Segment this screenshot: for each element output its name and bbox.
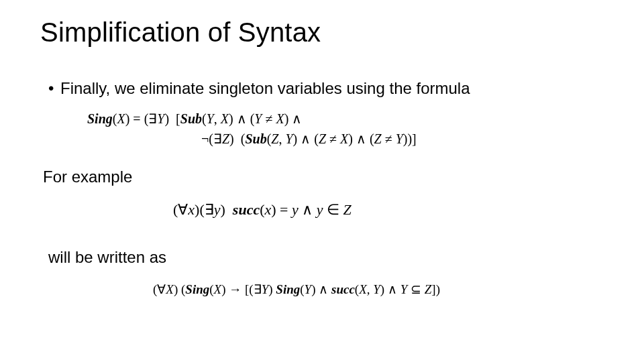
text-for-example: For example [43,168,132,186]
formula-example-before: (∀x)(∃y) succ(x) = y ∧ y ∈ Z [173,201,352,219]
formula-example-after: (∀X) (Sing(X) → [(∃Y) Sing(Y) ∧ succ(X, … [153,282,440,297]
slide: { "title": "Simplification of Syntax", "… [0,0,644,362]
formula-sing-def-line1: Sing(X) = (∃Y) [Sub(Y, X) ∧ (Y ≠ X) ∧ [87,111,302,127]
bullet-text: Finally, we eliminate singleton variable… [60,79,470,98]
bullet-marker: • [48,79,60,98]
bullet-item: • Finally, we eliminate singleton variab… [48,79,470,98]
formula-sing-def-line2: ¬(∃Z) (Sub(Z, Y) ∧ (Z ≠ X) ∧ (Z ≠ Y))] [201,131,417,147]
slide-title: Simplification of Syntax [40,17,321,48]
text-will-be-written-as: will be written as [48,248,166,267]
